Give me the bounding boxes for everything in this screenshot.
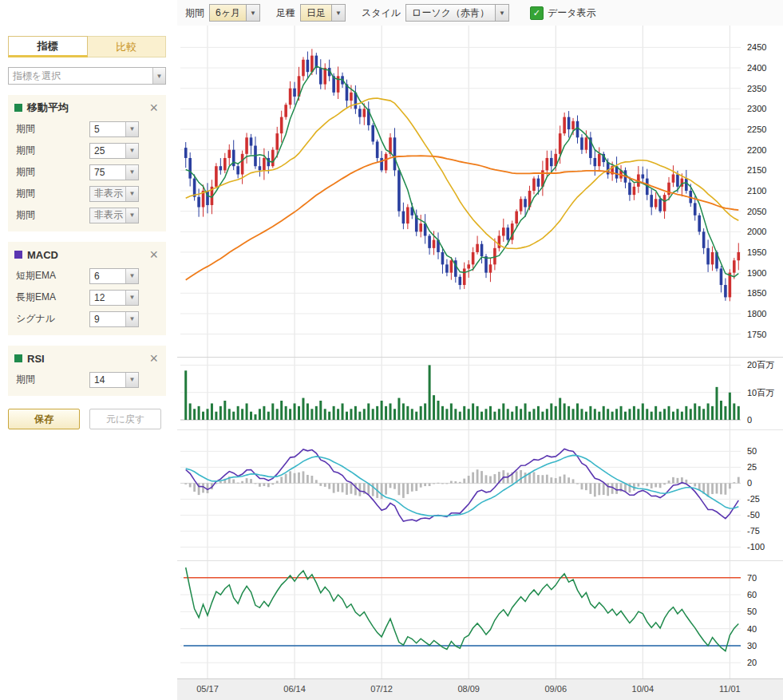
reset-button[interactable]: 元に戻す bbox=[89, 409, 161, 429]
svg-text:1850: 1850 bbox=[747, 288, 766, 298]
param-value: 5 bbox=[90, 122, 125, 136]
indicator-select-value: 指標を選択 bbox=[9, 68, 152, 84]
chart-toolbar: 期間 6ヶ月 ▼ 足種 日足 ▼ スタイル ローソク（赤青） ▼ ✓ データ表示 bbox=[177, 0, 783, 26]
svg-text:2450: 2450 bbox=[747, 42, 766, 52]
close-icon[interactable]: × bbox=[148, 101, 160, 115]
svg-text:50: 50 bbox=[747, 607, 757, 616]
param-label: 期間 bbox=[16, 165, 89, 179]
param-select[interactable]: 25▼ bbox=[89, 143, 139, 159]
svg-text:20: 20 bbox=[747, 658, 757, 667]
save-button[interactable]: 保存 bbox=[8, 409, 80, 429]
indicator-block-moving-average: 移動平均×期間5▼期間25▼期間75▼期間非表示▼期間非表示▼ bbox=[8, 95, 166, 231]
svg-text:2050: 2050 bbox=[747, 207, 766, 216]
indicator-block-list: 移動平均×期間5▼期間25▼期間75▼期間非表示▼期間非表示▼MACD×短期EM… bbox=[8, 95, 166, 396]
indicator-param-row: 期間非表示▼ bbox=[14, 204, 160, 226]
data-display-checkbox[interactable]: ✓ bbox=[530, 6, 544, 20]
svg-text:-100: -100 bbox=[747, 542, 765, 552]
indicator-param-row: 期間5▼ bbox=[14, 118, 160, 140]
indicator-param-row: 期間75▼ bbox=[14, 161, 160, 183]
param-select[interactable]: 75▼ bbox=[89, 164, 139, 180]
chevron-down-icon: ▼ bbox=[495, 5, 508, 21]
param-select[interactable]: 非表示▼ bbox=[89, 208, 139, 223]
svg-text:2150: 2150 bbox=[747, 165, 766, 175]
chevron-down-icon: ▼ bbox=[125, 291, 138, 305]
bartype-dropdown[interactable]: 日足 ▼ bbox=[300, 4, 346, 22]
indicator-name: 移動平均 bbox=[27, 101, 148, 115]
param-value: 非表示 bbox=[90, 208, 125, 223]
svg-text:-75: -75 bbox=[747, 526, 760, 536]
svg-text:2400: 2400 bbox=[747, 63, 766, 73]
svg-text:0: 0 bbox=[747, 478, 752, 488]
indicator-param-row: 期間非表示▼ bbox=[14, 183, 160, 204]
tab-indicators[interactable]: 指標 bbox=[8, 36, 88, 57]
param-select[interactable]: 6▼ bbox=[89, 268, 139, 284]
style-dropdown[interactable]: ローソク（赤青） ▼ bbox=[405, 4, 509, 22]
x-axis-label: 09/06 bbox=[544, 684, 567, 694]
volume-pane[interactable]: 20百万10百万0 bbox=[177, 358, 783, 430]
indicator-header: RSI× bbox=[14, 348, 160, 369]
chevron-down-icon: ▼ bbox=[125, 187, 138, 201]
x-axis-label: 10/04 bbox=[632, 684, 654, 694]
svg-text:1950: 1950 bbox=[747, 247, 766, 257]
x-axis-label: 05/17 bbox=[196, 684, 219, 694]
indicator-header: MACD× bbox=[14, 244, 160, 265]
svg-text:2100: 2100 bbox=[747, 186, 766, 196]
param-select[interactable]: 9▼ bbox=[89, 311, 139, 327]
period-dropdown[interactable]: 6ヶ月 ▼ bbox=[209, 4, 260, 22]
indicator-select[interactable]: 指標を選択 ▼ bbox=[8, 67, 166, 85]
svg-text:2000: 2000 bbox=[747, 227, 766, 236]
indicator-param-row: シグナル9▼ bbox=[14, 308, 160, 330]
param-value: 25 bbox=[90, 144, 125, 158]
param-label: 期間 bbox=[16, 187, 89, 200]
bartype-value: 日足 bbox=[301, 5, 331, 21]
chevron-down-icon: ▼ bbox=[125, 144, 138, 158]
svg-text:40: 40 bbox=[747, 624, 757, 634]
param-select[interactable]: 12▼ bbox=[89, 290, 139, 306]
rsi-pane[interactable]: 706050403020 bbox=[177, 560, 783, 679]
chevron-down-icon: ▼ bbox=[125, 312, 138, 326]
x-axis-label: 11/01 bbox=[719, 684, 741, 694]
sidebar-tabs: 指標比較 bbox=[8, 36, 166, 57]
close-icon[interactable]: × bbox=[148, 351, 160, 366]
indicator-param-row: 長期EMA12▼ bbox=[14, 287, 160, 308]
param-select[interactable]: 非表示▼ bbox=[89, 186, 139, 202]
indicator-param-row: 短期EMA6▼ bbox=[14, 265, 160, 287]
period-label: 期間 bbox=[185, 6, 204, 20]
chevron-down-icon: ▼ bbox=[125, 208, 138, 223]
svg-text:-50: -50 bbox=[747, 510, 760, 520]
svg-text:10百万: 10百万 bbox=[747, 388, 774, 397]
legend-swatch-icon bbox=[14, 354, 22, 362]
svg-text:2250: 2250 bbox=[747, 125, 766, 134]
chevron-down-icon: ▼ bbox=[125, 373, 138, 387]
param-label: 期間 bbox=[16, 208, 89, 222]
param-value: 12 bbox=[90, 291, 125, 305]
svg-text:20百万: 20百万 bbox=[747, 360, 774, 370]
chevron-down-icon: ▼ bbox=[331, 5, 345, 21]
param-select[interactable]: 14▼ bbox=[89, 372, 139, 388]
sidebar-actions: 保存 元に戻す bbox=[8, 409, 166, 429]
indicator-name: RSI bbox=[27, 353, 148, 365]
param-label: 期間 bbox=[16, 373, 89, 386]
bartype-label: 足種 bbox=[276, 6, 295, 20]
price-chart-pane[interactable]: 2450240023502300225022002150210020502000… bbox=[177, 26, 783, 358]
param-label: 期間 bbox=[16, 122, 89, 136]
svg-text:-25: -25 bbox=[747, 494, 760, 504]
close-icon[interactable]: × bbox=[148, 247, 160, 262]
chevron-down-icon: ▼ bbox=[125, 269, 138, 283]
svg-text:2350: 2350 bbox=[747, 84, 766, 93]
param-label: 長期EMA bbox=[16, 291, 89, 304]
period-value: 6ヶ月 bbox=[210, 5, 246, 21]
chevron-down-icon: ▼ bbox=[125, 122, 138, 136]
param-value: 6 bbox=[90, 269, 125, 283]
indicator-block-macd: MACD×短期EMA6▼長期EMA12▼シグナル9▼ bbox=[8, 242, 166, 335]
tab-compare[interactable]: 比較 bbox=[88, 36, 167, 57]
svg-text:0: 0 bbox=[747, 415, 752, 425]
x-axis-label: 08/09 bbox=[457, 684, 480, 694]
macd-pane[interactable]: 50250-25-50-75-100 bbox=[177, 430, 783, 560]
param-select[interactable]: 5▼ bbox=[89, 121, 139, 137]
param-label: 短期EMA bbox=[16, 269, 89, 283]
style-label: スタイル bbox=[362, 6, 401, 20]
svg-text:2200: 2200 bbox=[747, 145, 766, 155]
x-axis-label: 06/14 bbox=[283, 684, 306, 694]
svg-text:25: 25 bbox=[747, 462, 757, 472]
